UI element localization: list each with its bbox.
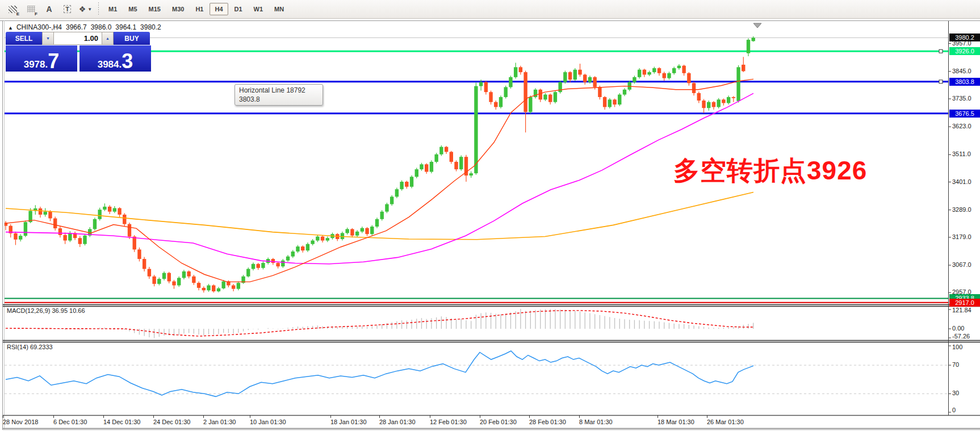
macd-pane-label: MACD(12,26,9) 36.95 10.66 bbox=[7, 307, 85, 314]
timeframe-m30[interactable]: M30 bbox=[167, 3, 189, 15]
date-axis-label: 10 Jan 01:30 bbox=[250, 419, 286, 425]
price-tick-label: 3845.0 bbox=[952, 68, 971, 74]
volume-input[interactable] bbox=[54, 32, 102, 45]
timeframe-h4[interactable]: H4 bbox=[210, 3, 228, 15]
price-tick-label: 3401.0 bbox=[952, 178, 971, 185]
price-badge: 3980.2 bbox=[949, 34, 980, 41]
arrange-objects-icon[interactable]: ❖▼ bbox=[77, 2, 94, 17]
line-handle[interactable] bbox=[939, 80, 943, 83]
rsi-tick-label: 0 bbox=[952, 407, 956, 413]
timeframe-m1[interactable]: M1 bbox=[103, 3, 122, 15]
ask-price-main: 3984 bbox=[98, 59, 119, 70]
timeframe-button-group: M1M5M15M30H1H4D1W1MN bbox=[103, 3, 290, 15]
price-badge: 3803.8 bbox=[949, 78, 980, 86]
tooltip-line2: 3803.8 bbox=[239, 95, 319, 104]
ohlc-close: 3980.2 bbox=[140, 23, 161, 31]
rsi-tick-label: 100 bbox=[952, 344, 962, 350]
sell-button[interactable]: SELL bbox=[6, 32, 42, 45]
macd-tick-label: 0.00 bbox=[952, 325, 964, 332]
date-axis-label: 12 Feb 01:30 bbox=[430, 419, 467, 425]
rsi-tick-label: 70 bbox=[952, 361, 959, 368]
price-badge: 2917.0 bbox=[949, 299, 980, 307]
timeframe-h1[interactable]: H1 bbox=[190, 3, 208, 15]
chart-title: ▲CHINA300-,H43966.73986.03964.13980.2 bbox=[8, 23, 165, 31]
price-tick-label: 3179.0 bbox=[952, 233, 971, 240]
price-tick-label: 3511.0 bbox=[952, 150, 971, 157]
bid-price-main: 3978 bbox=[24, 59, 45, 70]
price-tick-label: 3289.0 bbox=[952, 206, 971, 213]
text-box-icon[interactable]: T bbox=[59, 2, 76, 17]
date-axis-label: 20 Feb 01:30 bbox=[480, 419, 517, 425]
date-axis-label: 8 Mar 01:30 bbox=[579, 419, 613, 425]
text-label-icon[interactable]: A bbox=[41, 2, 57, 17]
date-axis-label: 28 Feb 01:30 bbox=[529, 419, 566, 425]
toolbar-separator bbox=[98, 2, 99, 16]
volume-increase-button[interactable]: ▲ bbox=[102, 32, 114, 45]
volume-decrease-button[interactable]: ▼ bbox=[42, 32, 54, 45]
grid-dots-icon[interactable]: F bbox=[23, 2, 39, 17]
ohlc-high: 3986.0 bbox=[91, 23, 112, 31]
symbol-period: CHINA300-,H4 bbox=[16, 23, 62, 31]
mt4-window: EFAT❖▼ M1M5M15M30H1H4D1W1MN ▲CHINA300-,H… bbox=[0, 0, 980, 431]
line-handle[interactable] bbox=[939, 49, 943, 53]
price-badge: 3676.5 bbox=[949, 110, 980, 118]
tooltip-line1: Horizontal Line 18792 bbox=[239, 86, 319, 95]
timeframe-m15[interactable]: M15 bbox=[144, 3, 166, 15]
price-badge: 3926.0 bbox=[949, 47, 980, 55]
collapse-triangle-icon[interactable]: ▲ bbox=[8, 25, 13, 31]
macd-tick-label: -57.26 bbox=[952, 333, 970, 340]
date-axis-label: 28 Jan 01:30 bbox=[379, 419, 416, 425]
ohlc-low: 3964.1 bbox=[115, 23, 136, 31]
timeframe-w1[interactable]: W1 bbox=[249, 3, 269, 15]
rsi-pane-label: RSI(14) 69.2333 bbox=[7, 344, 53, 350]
chart-text-annotation: 多空转折点3926 bbox=[673, 153, 867, 189]
buy-button[interactable]: BUY bbox=[114, 32, 150, 45]
date-axis-label: 18 Jan 01:30 bbox=[330, 419, 367, 425]
date-axis-label: 26 Mar 01:30 bbox=[707, 419, 744, 425]
date-axis-label: 14 Dec 01:30 bbox=[103, 419, 140, 425]
timeframe-d1[interactable]: D1 bbox=[229, 3, 248, 15]
date-axis-label: 18 Mar 01:30 bbox=[657, 419, 694, 425]
price-tick-label: 3623.0 bbox=[952, 123, 971, 129]
buy-price-button[interactable]: 3984.3 bbox=[79, 45, 151, 72]
price-tick-label: 3067.0 bbox=[952, 261, 971, 268]
bid-price-big-digit: 7 bbox=[48, 52, 59, 70]
rsi-tick-label: 30 bbox=[952, 390, 959, 396]
toolbar-icon-group: EFAT❖▼ bbox=[5, 2, 95, 17]
toolbar: EFAT❖▼ M1M5M15M30H1H4D1W1MN bbox=[0, 0, 980, 19]
ask-price-big-digit: 3 bbox=[122, 52, 133, 70]
sell-price-button[interactable]: 3978.7 bbox=[6, 45, 77, 72]
macd-tick-label: 121.84 bbox=[952, 307, 971, 313]
date-axis-label: 24 Dec 01:30 bbox=[153, 419, 190, 425]
timeframe-m5[interactable]: M5 bbox=[123, 3, 142, 15]
price-tick-label: 3735.0 bbox=[952, 95, 971, 102]
one-click-trading-panel: SELL ▼ ▲ BUY 3978.7 3984.3 bbox=[6, 32, 151, 72]
experts-hatch-icon[interactable]: E bbox=[5, 2, 21, 17]
date-axis-label: 6 Dec 01:30 bbox=[53, 419, 87, 425]
horizontal-line-tooltip: Horizontal Line 18792 3803.8 bbox=[234, 84, 323, 106]
ohlc-open: 3966.7 bbox=[66, 23, 87, 31]
date-axis-label: 2 Jan 01:30 bbox=[203, 419, 236, 425]
date-axis-label: 28 Nov 2018 bbox=[3, 419, 38, 425]
timeframe-mn[interactable]: MN bbox=[269, 3, 289, 15]
